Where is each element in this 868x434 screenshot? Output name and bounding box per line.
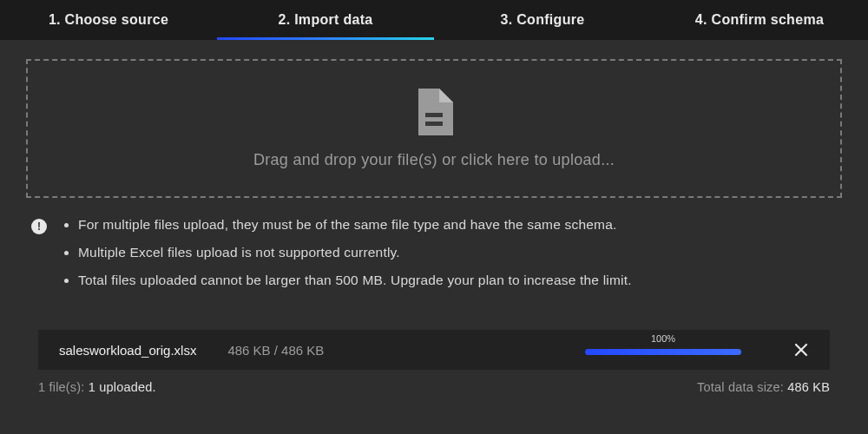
stepper: 1. Choose source 2. Import data 3. Confi… — [0, 0, 868, 40]
uploaded-filename: salesworkload_orig.xlsx — [59, 343, 196, 358]
upload-progress-bar — [585, 349, 741, 355]
file-icon — [415, 89, 453, 135]
step-configure[interactable]: 3. Configure — [434, 0, 651, 40]
file-count-prefix: 1 file(s): — [38, 380, 89, 394]
upload-progress-label: 100% — [585, 333, 741, 344]
svg-rect-0 — [425, 113, 443, 117]
upload-summary: 1 file(s): 1 uploaded. Total data size: … — [38, 380, 830, 394]
close-icon — [794, 343, 808, 357]
main-content: Drag and drop your file(s) or click here… — [0, 40, 868, 394]
info-icon: ! — [31, 219, 47, 234]
remove-file-button[interactable] — [790, 339, 812, 361]
info-note: Multiple Excel files upload is not suppo… — [78, 245, 632, 260]
info-note: Total files uploaded cannot be larger th… — [78, 273, 632, 288]
svg-rect-1 — [425, 122, 443, 126]
step-confirm-schema[interactable]: 4. Confirm schema — [651, 0, 868, 40]
file-dropzone[interactable]: Drag and drop your file(s) or click here… — [26, 59, 842, 198]
info-list: For multiple files upload, they must be … — [59, 217, 632, 288]
step-import-data[interactable]: 2. Import data — [217, 0, 434, 40]
total-size: Total data size: 486 KB — [697, 380, 830, 394]
step-choose-source[interactable]: 1. Choose source — [0, 0, 217, 40]
total-size-prefix: Total data size: — [697, 380, 787, 394]
file-count-value: 1 uploaded. — [89, 380, 156, 394]
uploaded-file-row: salesworkload_orig.xlsx 486 KB / 486 KB … — [38, 330, 830, 370]
upload-progress: 100% — [585, 345, 741, 355]
info-note: For multiple files upload, they must be … — [78, 217, 632, 233]
total-size-value: 486 KB — [787, 380, 830, 394]
uploaded-size: 486 KB / 486 KB — [227, 343, 324, 358]
file-count: 1 file(s): 1 uploaded. — [38, 380, 156, 394]
dropzone-text: Drag and drop your file(s) or click here… — [253, 151, 615, 169]
info-panel: ! For multiple files upload, they must b… — [26, 198, 842, 288]
